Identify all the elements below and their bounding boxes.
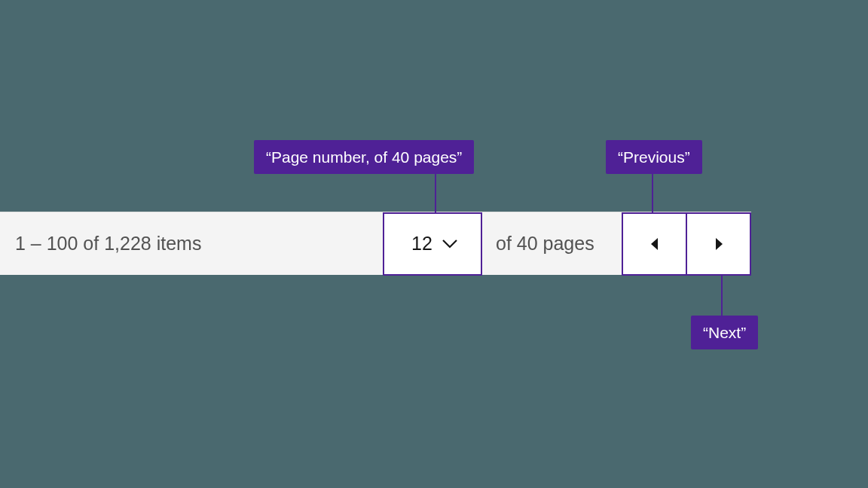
caret-right-icon bbox=[714, 237, 724, 251]
svg-marker-0 bbox=[651, 238, 658, 250]
previous-page-button[interactable] bbox=[622, 212, 687, 276]
of-pages-label: of 40 pages bbox=[482, 233, 622, 255]
items-summary: 1 – 100 of 1,228 items bbox=[0, 233, 383, 255]
chevron-down-icon bbox=[442, 239, 458, 249]
annotation-previous: “Previous” bbox=[606, 140, 702, 174]
next-page-button[interactable] bbox=[686, 212, 751, 276]
caret-left-icon bbox=[649, 237, 660, 251]
svg-marker-1 bbox=[716, 238, 723, 250]
canvas: 1 – 100 of 1,228 items 12 of 40 pages bbox=[0, 0, 868, 488]
pagination-bar: 1 – 100 of 1,228 items 12 of 40 pages bbox=[0, 212, 751, 275]
page-number-value: 12 bbox=[407, 233, 432, 255]
annotation-page-number: “Page number, of 40 pages” bbox=[254, 140, 474, 174]
annotation-next: “Next” bbox=[691, 316, 758, 349]
page-number-select[interactable]: 12 bbox=[383, 212, 482, 276]
